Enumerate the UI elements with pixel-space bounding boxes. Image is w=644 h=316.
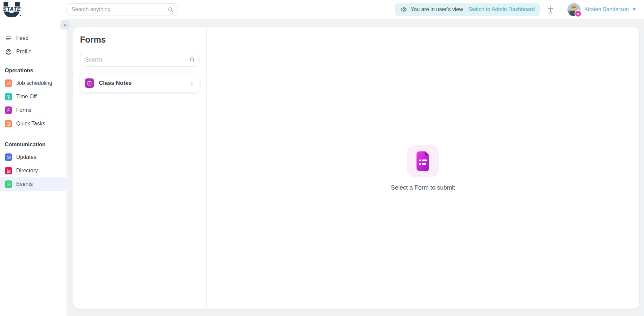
user-name: Kirsten Sanderson [584, 6, 629, 13]
forms-list-panel: Forms Class Notes [73, 27, 207, 309]
eye-icon [400, 6, 407, 13]
sidebar-item-updates[interactable]: Updates [0, 150, 66, 164]
content-area: ‹ Forms [66, 19, 644, 316]
page-title: Forms [80, 35, 199, 45]
global-search [66, 3, 178, 16]
sidebar-item-label: Quick Tasks [16, 121, 45, 127]
sidebar-item-job-scheduling[interactable]: Job scheduling [0, 76, 66, 90]
directory-icon [5, 167, 12, 174]
sidebar-item-label: Directory [16, 168, 38, 174]
sidebar-item-label: Job scheduling [16, 80, 52, 86]
sidebar-collapse-button[interactable]: ‹ [60, 20, 70, 29]
empty-state-message: Select a Form to submit [391, 184, 455, 191]
sidebar-item-feed[interactable]: Feed [0, 31, 66, 45]
accessibility-icon [547, 5, 554, 14]
feed-icon [5, 35, 12, 42]
profile-icon [5, 48, 12, 55]
app-root: STATE You are in user’s view Switch to A… [0, 0, 644, 316]
forms-icon [5, 106, 12, 114]
topbar: STATE You are in user’s view Switch to A… [0, 0, 644, 19]
time-off-icon [5, 93, 12, 100]
sidebar-item-quick-tasks[interactable]: Quick Tasks [0, 117, 66, 130]
sidebar-item-label: Events [16, 181, 33, 187]
job-scheduling-icon [5, 79, 12, 87]
chevron-left-icon: ‹ [64, 22, 66, 28]
sidebar-item-label: Updates [16, 154, 36, 160]
form-document-icon [415, 151, 431, 171]
sidebar-item-label: Time Off [16, 94, 36, 100]
sidebar: Feed Profile Operations Job schedu [0, 19, 66, 316]
avatar [567, 3, 581, 16]
body: Feed Profile Operations Job schedu [0, 19, 644, 316]
forms-card: Forms Class Notes [73, 27, 639, 309]
class-notes-form-icon [85, 78, 94, 88]
sidebar-section-communication: Communication [0, 142, 66, 148]
user-view-banner: You are in user’s view Switch to Admin D… [395, 3, 540, 16]
sidebar-item-profile[interactable]: Profile [0, 45, 66, 58]
accessibility-button[interactable] [546, 5, 555, 14]
global-search-input[interactable] [66, 3, 178, 16]
events-icon [5, 180, 12, 188]
forms-search-input[interactable] [80, 53, 199, 67]
topbar-right-cluster: You are in user’s view Switch to Admin D… [395, 3, 644, 16]
form-item-label: Class Notes [99, 80, 132, 87]
quick-tasks-icon [5, 120, 12, 127]
sidebar-item-label: Feed [16, 35, 28, 41]
sidebar-divider [0, 64, 66, 64]
sidebar-item-forms[interactable]: Forms [0, 103, 66, 117]
sidebar-item-label: Profile [16, 49, 31, 55]
switch-admin-link[interactable]: Switch to Admin Dashboard [468, 6, 535, 13]
chevron-right-icon [189, 80, 195, 86]
user-view-banner-text: You are in user’s view [410, 6, 463, 13]
crown-badge-icon [574, 10, 582, 17]
form-list-item-class-notes[interactable]: Class Notes [80, 74, 199, 92]
sidebar-item-directory[interactable]: Directory [0, 164, 66, 177]
topbar-divider [561, 3, 561, 16]
sidebar-item-label: Forms [16, 107, 31, 113]
updates-icon [5, 153, 12, 161]
svg-text:STATE: STATE [2, 5, 21, 12]
chevron-down-icon [633, 8, 636, 11]
ustate-logo-icon: STATE [2, 1, 22, 17]
empty-state-tile [407, 145, 439, 177]
forms-search [80, 53, 199, 67]
form-detail-pane: Select a Form to submit [207, 27, 639, 309]
sidebar-item-time-off[interactable]: Time Off [0, 90, 66, 103]
sidebar-divider [0, 138, 66, 138]
user-menu[interactable]: Kirsten Sanderson [567, 3, 636, 16]
sidebar-section-operations: Operations [0, 68, 66, 74]
brand-logo: STATE [0, 2, 66, 17]
sidebar-item-events[interactable]: Events [0, 177, 66, 191]
